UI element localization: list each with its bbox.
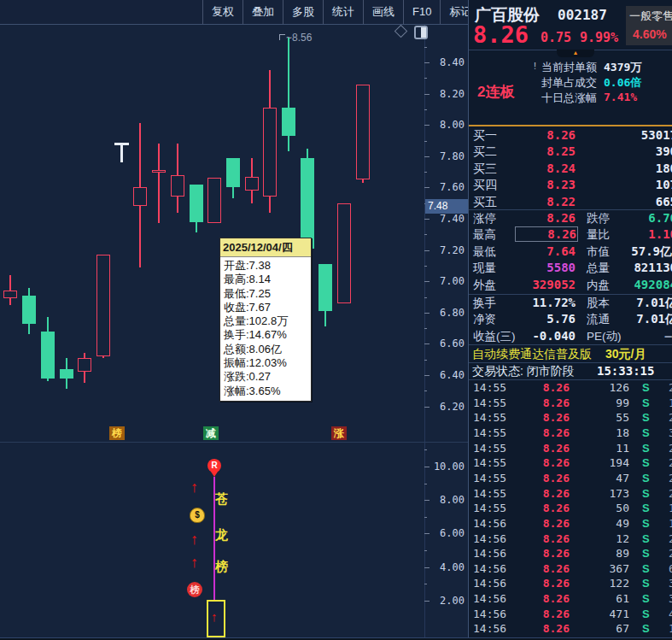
tape-price: 8.26	[518, 562, 570, 575]
y-axis-label: 6.60	[429, 338, 465, 349]
orange-divider	[469, 125, 672, 126]
toolbar: 复权叠加多股统计画线F10标记+自选返回	[0, 0, 468, 25]
candle-wick	[139, 123, 141, 187]
candle-wick	[177, 197, 178, 213]
tape-count: 4	[669, 608, 672, 620]
toolbar-button-复权[interactable]: 复权	[202, 0, 243, 24]
candle-wick	[158, 172, 160, 223]
toolbar-button-统计[interactable]: 统计	[323, 0, 363, 24]
tape-row: 14:558.2611S2	[469, 442, 672, 456]
bid-row[interactable]: 买五8.22665	[469, 195, 672, 211]
stat-value: —	[665, 329, 672, 343]
diamond-icon[interactable]	[394, 25, 408, 38]
tape-count: 6	[669, 562, 672, 575]
tape-count: 2	[669, 472, 672, 484]
tape-volume: 49	[578, 517, 629, 530]
stat-label: 流通	[587, 312, 610, 327]
tape-side: S	[642, 547, 650, 560]
bid-level-label: 买一	[473, 128, 497, 144]
stat-row: 最低7.64市值57.9亿	[469, 244, 672, 261]
bid-row[interactable]: 买四8.23107	[469, 178, 672, 194]
tape-count: 2	[669, 411, 672, 424]
axis-tick	[424, 601, 429, 602]
tape-time: 14:56	[473, 517, 506, 530]
tape-price: 8.26	[518, 517, 570, 530]
stat-row: 涨停8.26跌停6.76	[469, 211, 672, 227]
tape-volume: 126	[578, 381, 629, 394]
tape-volume: 194	[578, 456, 629, 469]
candle	[207, 178, 221, 223]
candle	[60, 369, 73, 379]
axis-tick	[424, 375, 429, 376]
indicator-chart[interactable]: 10.008.006.004.002.00 R 苍 龙 榜 ↑ $ ↑ ↑ 榜 …	[0, 442, 468, 638]
axis-minor-tick	[424, 141, 427, 142]
tape-side: S	[642, 411, 650, 424]
expand-chevron[interactable]: ▲	[557, 50, 594, 57]
bid-row[interactable]: 买三8.24180	[469, 161, 672, 178]
industry-box[interactable]: 一般零售 4.60%	[626, 6, 672, 45]
candle-wick	[232, 187, 234, 198]
candlestick-chart[interactable]: 8.408.208.007.807.607.407.207.006.806.60…	[0, 25, 468, 442]
axis-tick	[424, 343, 429, 344]
candle	[78, 358, 91, 372]
stat-value: 7.01亿	[636, 296, 672, 311]
promo-banner[interactable]: 自动续费通达信普及版 30元/月	[469, 345, 672, 362]
bid-row[interactable]: 买一8.2653017	[469, 128, 672, 144]
tape-time: 14:56	[473, 592, 506, 605]
tape-time: 14:56	[473, 562, 506, 575]
stat-label: 涨停	[473, 211, 496, 226]
industry-name: 一般零售	[629, 9, 672, 24]
limit-info-value: 0.06倍	[604, 75, 641, 91]
axis-minor-tick	[424, 484, 427, 484]
tape-volume: 18	[578, 426, 629, 439]
toolbar-button-叠加[interactable]: 叠加	[243, 0, 283, 24]
candle	[96, 255, 110, 356]
tape-price: 8.26	[518, 622, 570, 635]
tape-side: S	[642, 472, 650, 484]
bid-price: 8.26	[516, 128, 576, 142]
toolbar-button-F10[interactable]: F10	[403, 0, 440, 24]
candle-wick	[251, 191, 253, 203]
candle-wick	[177, 144, 178, 175]
bid-volume: 53017	[641, 128, 672, 142]
tape-price: 8.26	[518, 608, 570, 620]
last-close-tag: 7.48	[425, 199, 468, 214]
tape-side: S	[642, 456, 650, 469]
stat-label: 股本	[587, 296, 610, 311]
axis-minor-tick	[424, 297, 427, 298]
split-pane-icon[interactable]	[414, 26, 428, 39]
tape-row: 14:568.2689S2	[469, 547, 672, 561]
up-arrow-icon: ↑	[190, 554, 198, 572]
divider	[469, 379, 672, 380]
tape-row: 14:568.26122S3	[469, 577, 672, 591]
candle	[3, 291, 17, 298]
stat-row: 最高8.26量比1.10	[469, 227, 672, 244]
toolbar-button-画线[interactable]: 画线	[363, 0, 403, 24]
y-axis-label: 7.60	[429, 181, 465, 193]
axis-tick	[424, 62, 429, 63]
stat-label: 外盘	[473, 278, 496, 293]
candle-wick	[324, 311, 326, 326]
t-line-marker-stem	[120, 144, 123, 162]
bid-row[interactable]: 买二8.25390	[469, 144, 672, 161]
tape-price: 8.26	[518, 502, 570, 514]
axis-minor-tick	[424, 78, 427, 79]
stat-value: 821130	[634, 261, 672, 274]
toolbar-button-多股[interactable]: 多股	[283, 0, 323, 24]
tape-row: 14:558.2699S1	[469, 396, 672, 411]
candle-wick	[28, 324, 30, 334]
limit-info-label: 十日总涨幅	[541, 91, 597, 106]
candle	[133, 187, 147, 206]
tape-time: 14:56	[473, 547, 506, 560]
tape-side: S	[642, 442, 650, 455]
tape-row: 14:558.26126S2	[469, 381, 672, 396]
limit-info-row: 十日总涨幅7.41%	[469, 91, 672, 104]
candle	[171, 175, 184, 197]
tape-price: 8.26	[518, 547, 570, 560]
candle-wick	[269, 70, 271, 108]
candle-wick	[288, 136, 289, 151]
stat-label: 总量	[587, 261, 610, 276]
tape-price: 8.26	[518, 426, 570, 439]
tape-row: 14:558.2618S3	[469, 426, 672, 441]
up-arrow-icon: ↑	[211, 609, 218, 624]
